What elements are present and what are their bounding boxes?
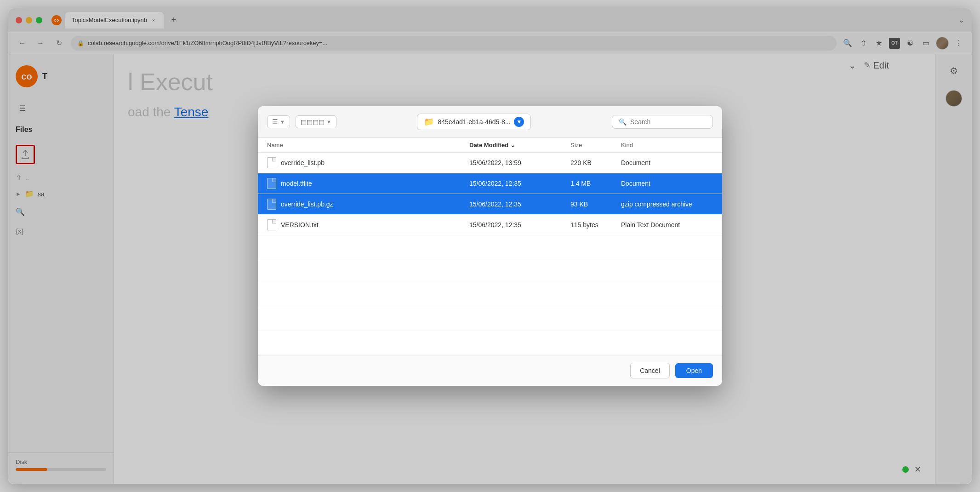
open-button[interactable]: Open: [675, 363, 713, 378]
column-size: Size: [570, 142, 621, 149]
browser-window: co TopicsModelExecution.ipynb × + ⌄ ← → …: [8, 8, 972, 484]
sort-chevron-icon: ⌄: [510, 142, 515, 149]
search-icon-dialog: 🔍: [619, 118, 627, 126]
table-row[interactable]: override_list.pb.gz 15/06/2022, 12:35 93…: [258, 194, 722, 215]
file-name-cell: override_list.pb.gz: [267, 199, 469, 210]
empty-row: [258, 331, 722, 355]
file-icon-generic: [267, 157, 276, 168]
file-kind: Document: [621, 159, 713, 166]
file-list-header: Name Date Modified ⌄ Size Kind: [258, 138, 722, 153]
folder-navigate-button[interactable]: ▼: [514, 117, 524, 127]
file-icon-doc: [267, 199, 276, 210]
file-name: override_list.pb.gz: [281, 200, 333, 208]
file-size: 220 KB: [570, 159, 621, 166]
column-kind: Kind: [621, 142, 713, 149]
grid-view-chevron-icon: ▼: [326, 119, 331, 125]
empty-row: [258, 283, 722, 307]
dialog-toolbar: ☰ ▼ ▤▤▤▤ ▼ 📁 845e4ad1-eb1a-46d5-8... ▼ 🔍: [258, 106, 722, 138]
table-row[interactable]: model.tflite 15/06/2022, 12:35 1.4 MB Do…: [258, 173, 722, 194]
file-kind: Document: [621, 180, 713, 187]
cancel-button[interactable]: Cancel: [630, 363, 670, 378]
grid-view-button[interactable]: ▤▤▤▤ ▼: [296, 115, 336, 128]
file-size: 1.4 MB: [570, 180, 621, 187]
list-view-icon: ☰: [272, 118, 278, 126]
search-input[interactable]: [630, 118, 704, 126]
file-size: 115 bytes: [570, 221, 621, 229]
file-name: override_list.pb: [281, 159, 325, 166]
empty-row: [258, 307, 722, 331]
file-date: 15/06/2022, 12:35: [469, 221, 570, 229]
empty-row: [258, 259, 722, 283]
folder-chip-name: 845e4ad1-eb1a-46d5-8...: [438, 118, 510, 126]
file-date: 15/06/2022, 12:35: [469, 180, 570, 187]
modal-overlay: ☰ ▼ ▤▤▤▤ ▼ 📁 845e4ad1-eb1a-46d5-8... ▼ 🔍: [8, 8, 972, 484]
table-row[interactable]: VERSION.txt 15/06/2022, 12:35 115 bytes …: [258, 215, 722, 235]
file-kind: gzip compressed archive: [621, 200, 713, 208]
file-name-cell: override_list.pb: [267, 157, 469, 168]
column-date-modified[interactable]: Date Modified ⌄: [469, 142, 570, 149]
dialog-footer: Cancel Open: [258, 355, 722, 386]
file-name: model.tflite: [281, 180, 312, 187]
file-date: 15/06/2022, 13:59: [469, 159, 570, 166]
grid-view-icon: ▤▤▤▤: [301, 118, 325, 126]
column-name: Name: [267, 142, 469, 149]
folder-path: 📁 845e4ad1-eb1a-46d5-8... ▼: [342, 114, 606, 130]
search-box[interactable]: 🔍: [612, 115, 713, 129]
file-name-cell: model.tflite: [267, 178, 469, 189]
file-date: 15/06/2022, 12:35: [469, 200, 570, 208]
file-picker-dialog: ☰ ▼ ▤▤▤▤ ▼ 📁 845e4ad1-eb1a-46d5-8... ▼ 🔍: [258, 106, 722, 386]
file-icon-doc: [267, 178, 276, 189]
file-name: VERSION.txt: [281, 221, 319, 229]
list-view-button[interactable]: ☰ ▼: [267, 115, 290, 128]
empty-row: [258, 235, 722, 259]
folder-chip-icon: 📁: [424, 117, 434, 127]
file-icon-generic: [267, 219, 276, 230]
table-row[interactable]: override_list.pb 15/06/2022, 13:59 220 K…: [258, 153, 722, 173]
file-name-cell: VERSION.txt: [267, 219, 469, 230]
list-view-chevron-icon: ▼: [280, 119, 285, 125]
current-folder-chip[interactable]: 📁 845e4ad1-eb1a-46d5-8... ▼: [417, 114, 531, 130]
file-kind: Plain Text Document: [621, 221, 713, 229]
file-size: 93 KB: [570, 200, 621, 208]
file-list: Name Date Modified ⌄ Size Kind override_…: [258, 138, 722, 355]
